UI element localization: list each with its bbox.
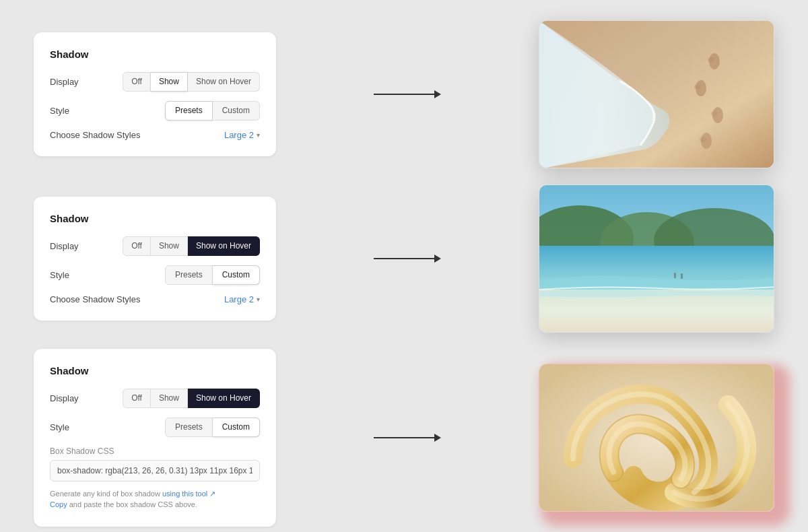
arrow-line-1 xyxy=(374,94,434,95)
style-presets-btn-3[interactable]: Presets xyxy=(165,418,213,437)
box-shadow-section: Box Shadow CSS Generate any kind of box … xyxy=(50,446,260,510)
shadow-panel-3: Shadow Display Off Show Show on Hover St… xyxy=(34,349,276,527)
arrow-3 xyxy=(276,434,539,442)
help-text-1: Generate any kind of box shadow xyxy=(50,490,160,498)
box-shadow-input[interactable] xyxy=(50,460,260,481)
style-label-2: Style xyxy=(50,270,69,280)
help-link[interactable]: using this tool ↗ xyxy=(162,490,215,498)
shadow-value-1: Large 2 xyxy=(224,130,254,140)
panel-2-title: Shadow xyxy=(50,213,260,224)
style-custom-btn-1[interactable]: Custom xyxy=(213,101,260,121)
style-row-3: Style Presets Custom xyxy=(50,418,260,437)
shadow-value-2: Large 2 xyxy=(224,294,254,304)
svg-rect-16 xyxy=(681,273,683,279)
style-row-1: Style Presets Custom xyxy=(50,101,260,121)
beach-ocean-img xyxy=(539,185,774,332)
choose-shadow-row-1: Choose Shadow Styles Large 2 ▾ xyxy=(50,130,260,140)
arrow-2 xyxy=(276,255,539,263)
arrow-head-3 xyxy=(434,434,441,442)
style-custom-btn-2[interactable]: Custom xyxy=(213,265,260,285)
style-label-3: Style xyxy=(50,422,69,432)
shadow-panel-1: Shadow Display Off Show Show on Hover St… xyxy=(34,32,276,156)
shadow-select-1[interactable]: Large 2 ▾ xyxy=(224,130,260,140)
shadow-panel-2: Shadow Display Off Show Show on Hover St… xyxy=(34,197,276,321)
style-btn-group-1: Presets Custom xyxy=(165,101,260,121)
row-2: Shadow Display Off Show Show on Hover St… xyxy=(34,185,774,333)
display-label-3: Display xyxy=(50,393,79,403)
choose-shadow-label-1: Choose Shadow Styles xyxy=(50,130,140,140)
chevron-icon-2: ▾ xyxy=(257,296,260,303)
help-text-3: and paste the box shadow CSS above. xyxy=(67,500,197,508)
image-1 xyxy=(539,20,774,168)
display-label-2: Display xyxy=(50,241,79,251)
abstract-knot-img xyxy=(539,364,774,511)
image-3 xyxy=(539,364,774,512)
display-row-1: Display Off Show Show on Hover xyxy=(50,72,260,92)
display-off-btn-2[interactable]: Off xyxy=(123,236,151,256)
display-show-btn-1[interactable]: Show xyxy=(151,72,188,92)
row-3: Shadow Display Off Show Show on Hover St… xyxy=(34,349,774,527)
display-btn-group-2: Off Show Show on Hover xyxy=(123,236,260,256)
style-custom-btn-3[interactable]: Custom xyxy=(213,418,260,437)
style-presets-btn-2[interactable]: Presets xyxy=(165,265,213,285)
style-label-1: Style xyxy=(50,106,69,116)
display-show-btn-3[interactable]: Show xyxy=(151,389,188,408)
arrow-shape-2 xyxy=(374,255,441,263)
display-row-3: Display Off Show Show on Hover xyxy=(50,389,260,408)
svg-point-2 xyxy=(708,57,714,63)
svg-rect-15 xyxy=(674,273,676,278)
display-hover-btn-1[interactable]: Show on Hover xyxy=(188,72,260,92)
display-label-1: Display xyxy=(50,77,79,87)
display-hover-btn-2[interactable]: Show on Hover xyxy=(188,236,260,256)
arrow-line-2 xyxy=(374,258,434,259)
image-2 xyxy=(539,185,774,333)
choose-shadow-row-2: Choose Shadow Styles Large 2 ▾ xyxy=(50,294,260,304)
display-row-2: Display Off Show Show on Hover xyxy=(50,236,260,256)
box-shadow-help: Generate any kind of box shadow using th… xyxy=(50,488,260,510)
shadow-select-2[interactable]: Large 2 ▾ xyxy=(224,294,260,304)
panel-3-title: Shadow xyxy=(50,365,260,376)
arrow-head-1 xyxy=(434,90,441,98)
display-off-btn-1[interactable]: Off xyxy=(123,72,151,92)
style-btn-group-2: Presets Custom xyxy=(165,265,260,285)
display-off-btn-3[interactable]: Off xyxy=(123,389,151,408)
display-btn-group-3: Off Show Show on Hover xyxy=(123,389,260,408)
panel-1-title: Shadow xyxy=(50,48,260,60)
arrow-shape-1 xyxy=(374,90,441,98)
chevron-icon-1: ▾ xyxy=(257,131,260,139)
arrow-head-2 xyxy=(434,255,441,263)
svg-point-4 xyxy=(694,84,701,90)
arrow-1 xyxy=(276,90,539,98)
copy-link[interactable]: Copy xyxy=(50,500,67,508)
display-btn-group-1: Off Show Show on Hover xyxy=(123,72,260,92)
arrow-shape-3 xyxy=(374,434,441,442)
beach-footprints-img xyxy=(539,21,774,168)
svg-point-6 xyxy=(711,111,718,117)
box-shadow-section-label: Box Shadow CSS xyxy=(50,446,260,456)
display-show-btn-2[interactable]: Show xyxy=(151,236,188,256)
choose-shadow-label-2: Choose Shadow Styles xyxy=(50,294,140,304)
display-hover-btn-3[interactable]: Show on Hover xyxy=(188,389,260,408)
style-row-2: Style Presets Custom xyxy=(50,265,260,285)
row-1: Shadow Display Off Show Show on Hover St… xyxy=(34,20,774,168)
style-presets-btn-1[interactable]: Presets xyxy=(165,101,213,121)
arrow-line-3 xyxy=(374,437,434,438)
style-btn-group-3: Presets Custom xyxy=(165,418,260,437)
main-container: Shadow Display Off Show Show on Hover St… xyxy=(34,0,774,532)
svg-point-8 xyxy=(700,137,706,142)
